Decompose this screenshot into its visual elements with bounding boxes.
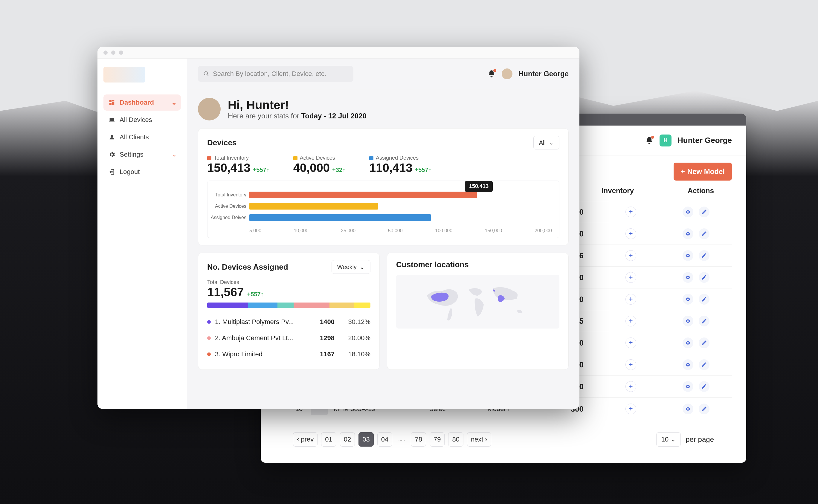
edit-icon[interactable] xyxy=(699,404,709,414)
view-icon[interactable] xyxy=(683,316,693,326)
dashboard-window: Dashboard ⌄ All Devices All Clients Sett… xyxy=(97,47,579,409)
world-map xyxy=(396,275,559,329)
view-icon[interactable] xyxy=(683,272,693,283)
chevron-down-icon: ⌄ xyxy=(549,139,554,146)
add-button[interactable]: + xyxy=(625,316,636,326)
logo xyxy=(103,67,145,83)
user-name: Hunter George xyxy=(677,136,732,145)
view-icon[interactable] xyxy=(683,294,693,305)
chevron-down-icon: ⌄ xyxy=(171,99,177,106)
avatar[interactable] xyxy=(502,68,512,79)
card-title: Devices xyxy=(207,138,236,147)
edit-icon[interactable] xyxy=(699,272,709,283)
gear-icon xyxy=(108,151,115,158)
add-button[interactable]: + xyxy=(625,404,636,414)
edit-icon[interactable] xyxy=(699,228,709,239)
devices-filter-select[interactable]: All⌄ xyxy=(533,136,559,149)
period-select[interactable]: Weekly⌄ xyxy=(332,260,370,274)
sidebar-item-logout[interactable]: Logout xyxy=(103,164,181,180)
view-icon[interactable] xyxy=(683,228,693,239)
search-icon xyxy=(203,71,209,77)
dashboard-icon xyxy=(108,99,115,106)
greeting: Hi, Hunter! Here are your stats for Toda… xyxy=(198,98,569,120)
edit-icon[interactable] xyxy=(699,207,709,217)
perpage-label: per page xyxy=(686,435,714,444)
pager-page[interactable]: 80 xyxy=(448,432,463,447)
greeting-title: Hi, Hunter! xyxy=(228,98,367,112)
pager-page[interactable]: 02 xyxy=(340,432,355,447)
sidebar-item-settings[interactable]: Settings ⌄ xyxy=(103,146,181,163)
pager: ‹ prev 01 02 03 04 ..... 78 79 80 next › xyxy=(293,432,491,447)
view-icon[interactable] xyxy=(683,207,693,217)
devices-bar-chart: Total Inventory150,413Active DevicesAssi… xyxy=(207,181,559,238)
add-button[interactable]: + xyxy=(625,337,636,348)
devices-card: Devices All⌄ Total Inventory 150,413+557… xyxy=(198,128,569,245)
view-icon[interactable] xyxy=(683,250,693,261)
edit-icon[interactable] xyxy=(699,250,709,261)
add-button[interactable]: + xyxy=(625,207,636,217)
add-button[interactable]: + xyxy=(625,228,636,239)
sidebar: Dashboard ⌄ All Devices All Clients Sett… xyxy=(97,59,187,409)
chevron-down-icon: ⌄ xyxy=(360,263,365,271)
users-icon xyxy=(108,134,115,141)
pager-page[interactable]: 79 xyxy=(430,432,445,447)
pager-next[interactable]: next › xyxy=(467,432,491,447)
pager-prev[interactable]: ‹ prev xyxy=(293,432,318,447)
sidebar-item-all-devices[interactable]: All Devices xyxy=(103,112,181,128)
pager-page[interactable]: 78 xyxy=(411,432,426,447)
list-item: 2. Ambuja Cement Pvt Lt...129820.00% xyxy=(207,330,370,346)
edit-icon[interactable] xyxy=(699,294,709,305)
user-name: Hunter George xyxy=(518,70,569,78)
card-title: No. Devices Assigned xyxy=(207,262,288,272)
sidebar-item-all-clients[interactable]: All Clients xyxy=(103,129,181,145)
notification-icon[interactable] xyxy=(487,70,496,78)
pager-page[interactable]: 04 xyxy=(377,432,392,447)
add-button[interactable]: + xyxy=(625,250,636,261)
locations-card: Customer locations xyxy=(387,253,569,370)
pager-ellipsis: ..... xyxy=(396,437,407,442)
edit-icon[interactable] xyxy=(699,359,709,370)
pager-page[interactable]: 01 xyxy=(321,432,336,447)
view-icon[interactable] xyxy=(683,381,693,392)
avatar[interactable]: H xyxy=(660,135,672,146)
edit-icon[interactable] xyxy=(699,316,709,326)
new-model-button[interactable]: +New Model xyxy=(674,163,732,181)
avatar xyxy=(198,98,221,120)
edit-icon[interactable] xyxy=(699,337,709,348)
view-icon[interactable] xyxy=(683,359,693,370)
col-inventory: Inventory xyxy=(602,187,634,195)
chevron-down-icon: ⌄ xyxy=(670,436,676,443)
view-icon[interactable] xyxy=(683,404,693,414)
notification-icon[interactable] xyxy=(645,136,654,145)
perpage-select[interactable]: 10 ⌄ xyxy=(656,432,681,447)
card-title: Customer locations xyxy=(396,260,469,269)
assigned-card: No. Devices Assigned Weekly⌄ Total Devic… xyxy=(198,253,380,370)
col-actions: Actions xyxy=(688,187,714,195)
pager-page[interactable]: 03 xyxy=(358,432,373,447)
window-chrome xyxy=(97,47,579,59)
list-item: 1. Multiplast Polymers Pv...140030.12% xyxy=(207,314,370,330)
laptop-icon xyxy=(108,116,115,123)
logout-icon xyxy=(108,168,115,175)
add-button[interactable]: + xyxy=(625,381,636,392)
topbar: Search By location, Client, Device, etc.… xyxy=(187,59,579,89)
stacked-bar xyxy=(207,303,370,308)
sidebar-item-dashboard[interactable]: Dashboard ⌄ xyxy=(103,94,181,111)
search-input[interactable]: Search By location, Client, Device, etc. xyxy=(198,66,353,82)
add-button[interactable]: + xyxy=(625,272,636,283)
edit-icon[interactable] xyxy=(699,381,709,392)
chevron-down-icon: ⌄ xyxy=(171,151,177,158)
add-button[interactable]: + xyxy=(625,294,636,305)
view-icon[interactable] xyxy=(683,337,693,348)
add-button[interactable]: + xyxy=(625,359,636,370)
list-item: 3. Wipro Limited116718.10% xyxy=(207,346,370,362)
